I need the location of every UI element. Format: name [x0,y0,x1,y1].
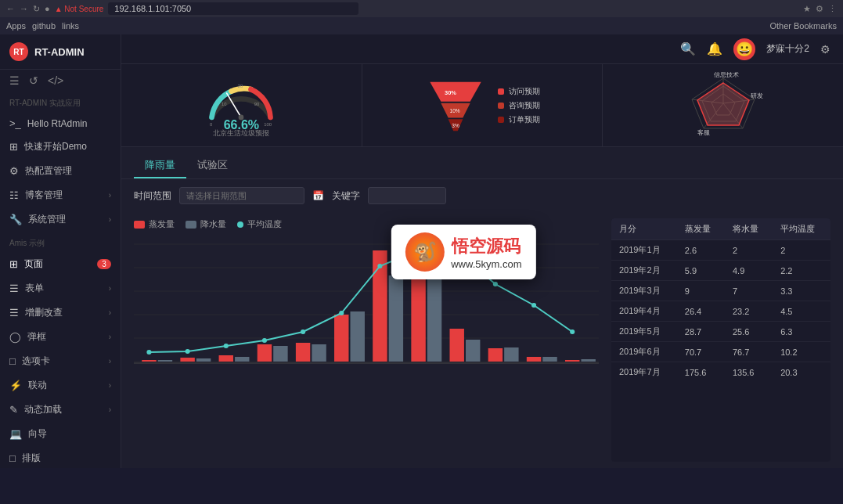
bar-oct-rain [504,347,518,362]
forward-btn[interactable]: → [20,4,28,13]
table-cell: 9 [677,281,725,301]
table-row: 2019年4月26.423.24.5 [611,301,830,322]
funnel-legend-item-2: 咨询预期 [498,100,540,111]
bell-icon[interactable]: 🔔 [707,41,722,56]
other-bookmarks[interactable]: Other Bookmarks [769,21,837,31]
svg-text:10%: 10% [450,107,460,113]
temp-dot [377,264,382,268]
links-bookmark[interactable]: links [62,21,79,31]
search-icon[interactable]: 🔍 [680,41,696,56]
watermark-text-block: 悟空源码 www.5kym.com [451,235,521,270]
sidebar-item-page[interactable]: ⊞ 页面 3 [0,252,121,276]
sidebar: RT RT-ADMIN ☰ ↺ </> RT-ADMIN 实战应用 >_ Hel… [0,34,121,468]
sidebar-item-tabs[interactable]: □ 选项卡 › [0,349,121,373]
tab-rainfall[interactable]: 降雨量 [134,153,186,178]
top-header: 🔍 🔔 😀 梦寐十分2 ⚙ [121,34,843,64]
app-container: RT RT-ADMIN ☰ ↺ </> RT-ADMIN 实战应用 >_ Hel… [0,34,843,468]
filter-row: 时间范围 📅 关键字 [121,179,843,212]
link-arrow: › [109,381,111,390]
bar-jan-evap [142,360,156,362]
table-row: 2019年3月973.3 [611,281,830,301]
sidebar-item-crud[interactable]: ☰ 增删改查 › [0,301,121,325]
sidebar-item-wizard[interactable]: 💻 向导 [0,422,121,446]
table-row: 2019年7月175.6135.620.3 [611,362,830,383]
table-cell: 2.6 [677,240,725,261]
table-cell: 2 [773,240,830,261]
home-btn[interactable]: ● [45,4,50,13]
sidebar-item-label: 排版 [22,452,41,465]
browser-tabs-bar: Apps github links Other Bookmarks [0,17,843,34]
funnel-dot-3 [498,117,504,123]
sidebar-top-icons: ☰ ↺ </> [0,70,121,92]
sidebar-item-label: 表单 [25,282,44,295]
legend-color-rainfall [186,221,196,229]
sidebar-item-dialog[interactable]: ◯ 弹框 › [0,325,121,349]
table-cell: 2019年6月 [611,342,677,362]
bar-mar-evap [219,355,233,362]
table-cell: 4.5 [773,301,830,322]
svg-text:客服: 客服 [697,129,710,136]
apps-bookmark[interactable]: Apps [6,21,26,31]
sidebar-item-label: 增删改查 [25,306,63,319]
table-cell: 70.7 [677,342,725,362]
sidebar-item-link[interactable]: ⚡ 联动 › [0,373,121,398]
menu-btn[interactable]: ⋮ [828,4,837,14]
bar-may-evap [296,343,310,362]
sidebar-item-system[interactable]: 🔧 系统管理 › [0,207,121,232]
legend-label-evaporation: 蒸发量 [149,218,175,230]
col-evap: 蒸发量 [677,218,725,240]
dialog-icon: ◯ [9,331,21,343]
sidebar-item-hello[interactable]: >_ Hello RtAdmin [0,112,121,135]
sidebar-item-form[interactable]: ☰ 表单 › [0,276,121,301]
bar-may-rain [312,344,326,362]
sidebar-item-blog[interactable]: ☷ 博客管理 › [0,183,121,207]
table-cell: 6.3 [773,322,830,342]
funnel-legend: 访问预期 咨询预期 订单预期 [498,86,540,125]
settings-icon[interactable]: ⚙ [820,43,830,56]
dashboard-cards: 0 20 100 10 90 66.6% 北京生活垃圾预报 [121,64,843,147]
table-cell: 10.2 [773,342,830,362]
temp-dot [570,329,575,334]
blog-arrow: › [109,191,111,200]
bar-mar-rain [235,357,249,362]
calendar-icon[interactable]: 📅 [312,190,324,201]
sidebar-item-demo[interactable]: ⊞ 快速开始Demo [0,135,121,159]
table-cell: 2019年3月 [611,281,677,301]
bookmark-star[interactable]: ★ [803,4,811,14]
time-range-input[interactable] [179,187,304,204]
extensions-btn[interactable]: ⚙ [816,4,823,14]
github-bookmark[interactable]: github [32,21,56,31]
tab-experiment[interactable]: 试验区 [186,153,239,178]
bar-feb-rain [196,358,211,362]
sidebar-item-layout[interactable]: □ 排版 [0,446,121,468]
avatar[interactable]: 😀 [733,38,755,60]
keyword-input[interactable] [368,187,446,204]
sidebar-item-config[interactable]: ⚙ 热配置管理 [0,159,121,183]
sidebar-item-dynamic[interactable]: ✎ 动态加载 › [0,398,121,422]
temp-dot [301,329,305,334]
back-btn[interactable]: ← [6,4,15,13]
watermark-icon: 🐒 [405,232,445,272]
refresh-icon[interactable]: ↺ [29,74,38,87]
temp-dot [186,349,190,354]
refresh-btn[interactable]: ↻ [33,4,40,14]
gauge-value: 66.6% [224,118,259,132]
code-icon[interactable]: </> [48,74,63,87]
data-table: 月分 蒸发量 将水量 平均温度 2019年1月2.6222019年2月5.94.… [611,218,830,382]
bar-sep-rain [466,340,480,362]
sidebar-item-label: 热配置管理 [25,164,72,178]
url-bar[interactable]: 192.168.1.101:7050 [108,2,358,15]
table-cell: 23.2 [725,301,773,322]
bar-dec-rain [581,359,595,362]
menu-icon[interactable]: ☰ [9,74,20,87]
table-cell: 2019年5月 [611,322,677,342]
table-cell: 26.4 [677,301,725,322]
bar-apr-evap [258,344,272,362]
watermark-title: 悟空源码 [451,235,521,258]
temp-dot [339,311,344,315]
table-row: 2019年2月5.94.92.2 [611,261,830,281]
security-label: ▲ Not Secure [55,5,104,13]
data-table-container: 月分 蒸发量 将水量 平均温度 2019年1月2.6222019年2月5.94.… [611,218,830,462]
svg-text:10: 10 [222,102,227,106]
user-name: 梦寐十分2 [766,42,809,56]
